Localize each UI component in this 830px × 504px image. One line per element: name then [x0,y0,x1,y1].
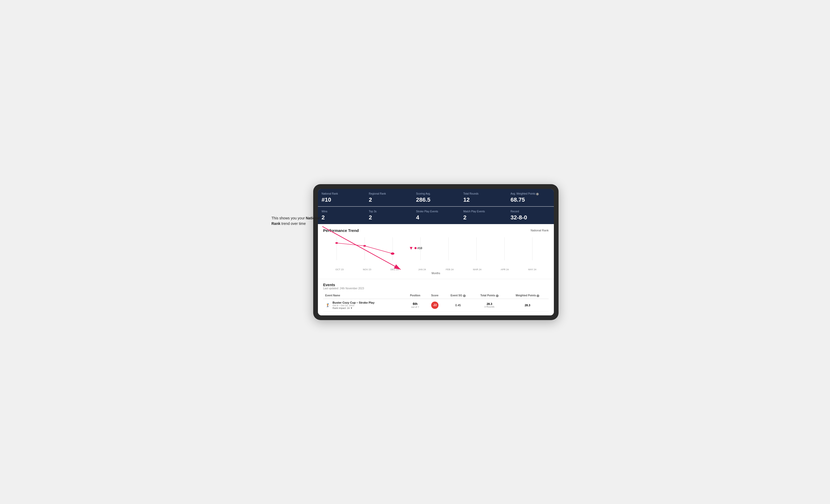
events-table-body: 🏌 Buster Cozy Cup – Stroke Play Oct 9 – … [323,299,549,311]
stat-avg-weighted-points: Avg. Weighted Points i 68.75 [507,189,554,206]
stat-national-rank-label: National Rank [322,192,361,195]
stat-record-value: 32-8-0 [511,214,550,221]
svg-point-12 [391,252,394,255]
stat-regional-rank-label: Regional Rank [369,192,409,195]
performance-trend-section: Performance Trend National Rank ▼ #10 [318,224,554,279]
weighted-points-info-icon[interactable]: i [537,295,539,297]
stat-wins: Wins 2 [318,207,365,224]
chart-rank-label: #10 [417,246,422,250]
events-table-header: Event Name Position Score Event SG i Tot… [323,293,549,299]
events-section: Events Last updated: 24th November 2023 … [318,279,554,315]
col-position: Position [404,293,426,299]
chart-label-jan24: JAN 24 [409,268,436,271]
event-sg: 0.45 [443,299,472,311]
events-table: Event Name Position Score Event SG i Tot… [323,293,549,312]
avg-weighted-info-icon[interactable]: i [536,193,539,195]
stat-wins-value: 2 [322,214,361,221]
stats-row-2: Wins 2 Top 3s 2 Stroke Play Events 4 Mat… [318,207,554,224]
stat-avg-weighted-label: Avg. Weighted Points i [511,192,550,195]
score-badge: -22 [431,302,439,309]
stats-row-1: National Rank #10 Regional Rank 2 Scorin… [318,189,554,206]
stat-record: Record 32-8-0 [507,207,554,224]
chart-label-nov23: NOV 23 [353,268,381,271]
table-row: 🏌 Buster Cozy Cup – Stroke Play Oct 9 – … [323,299,549,311]
chart-svg [323,236,549,265]
chart-x-labels: OCT 23 NOV 23 DEC 23 JAN 24 FEB 24 MAR 2… [323,268,549,271]
events-title: Events [323,283,549,287]
stat-national-rank-value: #10 [322,196,361,203]
stat-top3s: Top 3s 2 [365,207,412,224]
stat-record-label: Record [511,210,550,213]
stat-stroke-play-events: Stroke Play Events 4 [412,207,459,224]
svg-point-10 [336,242,338,244]
stat-scoring-avg-label: Scoring Avg. [416,192,456,195]
chart-x-axis-title: Months [323,272,549,275]
stat-match-play-value: 2 [463,214,503,221]
col-weighted-points: Weighted Points i [506,293,549,299]
event-name: Buster Cozy Cup – Stroke Play [332,301,375,304]
event-total-points: 28.3 3 Rounds [472,299,506,311]
perf-trend-badge: National Rank [531,229,549,232]
col-event-name: Event Name [323,293,404,299]
stat-regional-rank-value: 2 [369,196,409,203]
event-date: Oct 9 – Oct 10, 2023 [332,304,375,307]
event-position: 6th out of 7 [404,299,426,311]
stat-total-rounds-label: Total Rounds [463,192,503,195]
stat-scoring-avg-value: 286.5 [416,196,456,203]
chart-label-may24: MAY 24 [519,268,546,271]
event-type-icon: 🏌 [325,303,330,308]
col-score: Score [426,293,444,299]
event-weighted-points: 28.3 [506,299,549,311]
tablet-screen: National Rank #10 Regional Rank 2 Scorin… [318,189,554,315]
events-last-updated: Last updated: 24th November 2023 [323,287,549,290]
chart-label-dec23: DEC 23 [381,268,409,271]
chart-label-apr24: APR 24 [491,268,519,271]
event-score: -22 [426,299,444,311]
outer-wrapper: This shows you your National Rank trend … [272,184,558,320]
perf-trend-title: Performance Trend [323,228,359,233]
stat-top3s-value: 2 [369,214,409,221]
svg-point-11 [363,245,366,247]
event-rank-impact: Rank Impact: 24 ▼ [332,307,375,309]
tablet-frame: National Rank #10 Regional Rank 2 Scorin… [313,184,558,320]
chart-label-feb24: FEB 24 [436,268,464,271]
stat-stroke-play-value: 4 [416,214,456,221]
stat-scoring-avg: Scoring Avg. 286.5 [412,189,459,206]
stat-match-play-events: Match Play Events 2 [459,207,507,224]
stat-total-rounds-value: 12 [463,196,503,203]
stat-stroke-play-label: Stroke Play Events [416,210,456,213]
annotation-text: This shows you your National Rank trend … [272,215,324,227]
stat-top3s-label: Top 3s [369,210,409,213]
stat-avg-weighted-value: 68.75 [511,196,550,203]
perf-trend-header: Performance Trend National Rank [323,228,549,233]
event-name-info: Buster Cozy Cup – Stroke Play Oct 9 – Oc… [332,301,375,309]
performance-chart: ▼ #10 [323,236,549,267]
chart-label-oct23: OCT 23 [326,268,353,271]
stat-national-rank: National Rank #10 [318,189,365,206]
stat-total-rounds: Total Rounds 12 [459,189,507,206]
col-total-points: Total Points i [472,293,506,299]
stat-regional-rank: Regional Rank 2 [365,189,412,206]
event-sg-info-icon[interactable]: i [463,295,466,297]
col-event-sg: Event SG i [443,293,472,299]
stat-wins-label: Wins [322,210,361,213]
stat-match-play-label: Match Play Events [463,210,503,213]
annotation-bold: National Rank [272,216,320,226]
event-name-cell: 🏌 Buster Cozy Cup – Stroke Play Oct 9 – … [323,299,404,311]
total-points-info-icon[interactable]: i [496,295,499,297]
chart-label-mar24: MAR 24 [464,268,491,271]
